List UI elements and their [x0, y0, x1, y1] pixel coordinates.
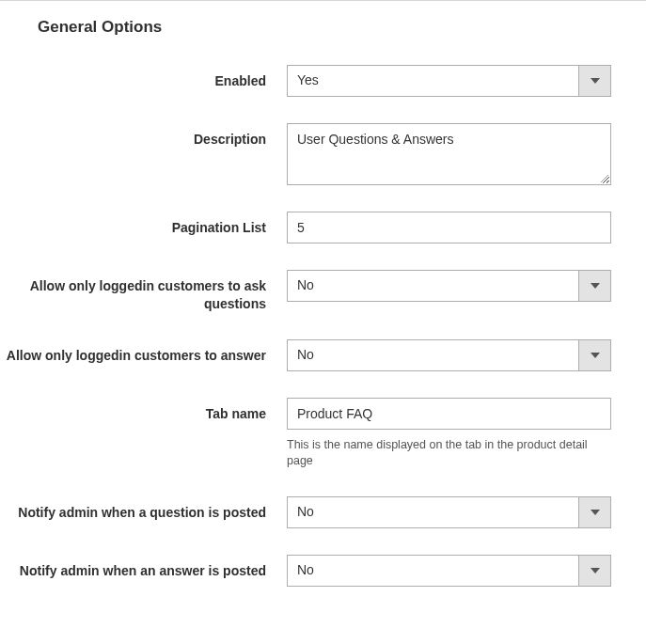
textarea-description-value: User Questions & Answers: [297, 132, 454, 147]
select-notify-admin-answer[interactable]: No: [287, 555, 611, 587]
field-row-description: Description User Questions & Answers: [0, 123, 646, 185]
field-row-enabled: Enabled Yes: [0, 65, 646, 97]
field-row-allow-loggedin-ask: Allow only loggedin customers to ask que…: [0, 270, 646, 313]
field-row-tab-name: Tab name This is the name displayed on t…: [0, 398, 646, 470]
select-enabled[interactable]: Yes: [287, 65, 611, 97]
label-notify-admin-answer: Notify admin when an answer is posted: [0, 555, 287, 580]
field-row-notify-admin-question: Notify admin when a question is posted N…: [0, 496, 646, 528]
label-allow-loggedin-ask: Allow only loggedin customers to ask que…: [0, 270, 287, 313]
input-pagination-list[interactable]: [287, 212, 611, 243]
resize-handle-icon: [600, 174, 609, 183]
select-allow-loggedin-answer-value: No: [288, 340, 578, 370]
field-row-allow-loggedin-answer: Allow only loggedin customers to answer …: [0, 339, 646, 371]
select-enabled-value: Yes: [288, 66, 578, 96]
chevron-down-icon: [578, 271, 610, 301]
field-row-notify-admin-answer: Notify admin when an answer is posted No: [0, 555, 646, 587]
label-pagination-list: Pagination List: [0, 212, 287, 237]
field-row-pagination-list: Pagination List: [0, 212, 646, 243]
textarea-description[interactable]: User Questions & Answers: [287, 123, 611, 185]
select-allow-loggedin-ask-value: No: [288, 271, 578, 301]
chevron-down-icon: [578, 340, 610, 370]
select-notify-admin-question-value: No: [288, 497, 578, 527]
input-tab-name[interactable]: [287, 398, 611, 430]
label-description: Description: [0, 123, 287, 149]
chevron-down-icon: [578, 556, 610, 586]
select-notify-admin-answer-value: No: [288, 556, 578, 586]
label-enabled: Enabled: [0, 65, 287, 90]
label-notify-admin-question: Notify admin when a question is posted: [0, 496, 287, 522]
select-allow-loggedin-ask[interactable]: No: [287, 270, 611, 302]
select-allow-loggedin-answer[interactable]: No: [287, 339, 611, 371]
label-allow-loggedin-answer: Allow only loggedin customers to answer: [0, 339, 287, 365]
label-tab-name: Tab name: [0, 398, 287, 423]
section-title: General Options: [0, 1, 646, 65]
help-text-tab-name: This is the name displayed on the tab in…: [287, 437, 611, 470]
select-notify-admin-question[interactable]: No: [287, 496, 611, 528]
chevron-down-icon: [578, 66, 610, 96]
chevron-down-icon: [578, 497, 610, 527]
